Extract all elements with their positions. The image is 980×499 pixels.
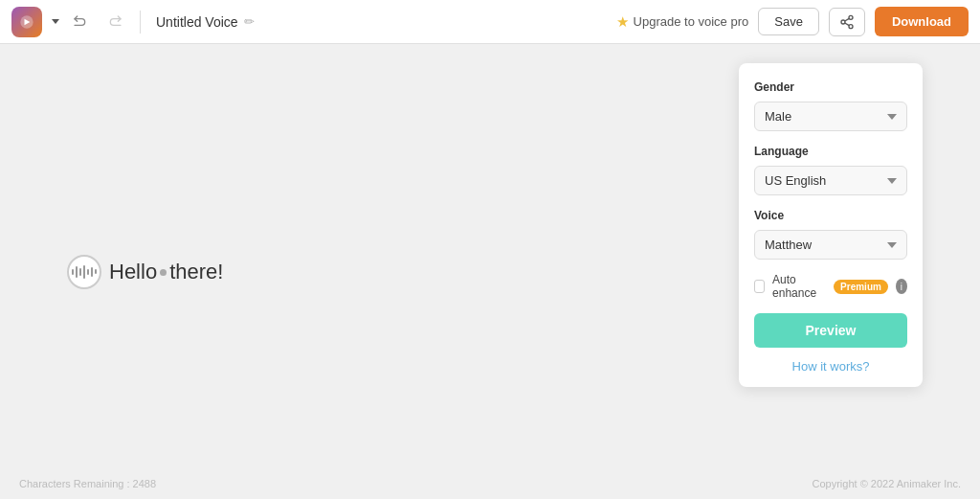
- header-right: ★ Upgrade to voice pro Save Download: [616, 7, 969, 36]
- gender-select[interactable]: Male Female: [754, 102, 907, 131]
- voice-select[interactable]: Matthew Joanna Kendra: [754, 230, 907, 260]
- upgrade-label: Upgrade to voice pro: [634, 14, 749, 29]
- save-button[interactable]: Save: [758, 8, 819, 35]
- title-area: Untitled Voice ✏: [156, 14, 255, 30]
- header: Untitled Voice ✏ ★ Upgrade to voice pro …: [0, 0, 980, 44]
- how-it-works-link[interactable]: How it works?: [754, 359, 907, 374]
- svg-point-1: [849, 15, 853, 19]
- edit-title-icon[interactable]: ✏: [244, 14, 255, 29]
- auto-enhance-checkbox[interactable]: [754, 280, 765, 293]
- document-title: Untitled Voice: [156, 14, 238, 30]
- redo-button[interactable]: [101, 11, 128, 34]
- header-left: Untitled Voice ✏: [11, 7, 255, 37]
- star-icon: ★: [616, 13, 629, 31]
- auto-enhance-row: Auto enhance Premium i: [754, 273, 907, 300]
- dot-separator: [160, 269, 167, 276]
- side-panel: Gender Male Female Language US English U…: [739, 63, 923, 387]
- download-button[interactable]: Download: [875, 7, 969, 36]
- premium-badge: Premium: [834, 280, 888, 294]
- gender-label: Gender: [754, 80, 907, 94]
- there-text-value: there!: [169, 260, 223, 284]
- waveform-bars: [72, 263, 97, 281]
- share-button[interactable]: [829, 8, 865, 36]
- hello-text-value: Hello: [109, 260, 157, 284]
- preview-button[interactable]: Preview: [754, 313, 907, 348]
- svg-point-3: [849, 24, 853, 28]
- voice-label: Voice: [754, 209, 907, 222]
- svg-point-2: [841, 20, 845, 24]
- auto-enhance-label: Auto enhance: [772, 273, 826, 300]
- waveform-icon[interactable]: [67, 255, 101, 289]
- hello-text-block: Hellothere!: [67, 255, 223, 289]
- chars-remaining: Characters Remaining : 2488: [19, 478, 156, 489]
- footer: Characters Remaining : 2488 Copyright © …: [0, 468, 980, 499]
- main-area: Hellothere! Gender Male Female Language …: [0, 44, 980, 499]
- undo-button[interactable]: [67, 11, 94, 34]
- svg-line-5: [845, 18, 850, 21]
- canvas: Hellothere! Gender Male Female Language …: [0, 44, 980, 499]
- upgrade-button[interactable]: ★ Upgrade to voice pro: [616, 13, 749, 31]
- language-label: Language: [754, 145, 907, 158]
- info-icon[interactable]: i: [896, 279, 907, 294]
- copyright: Copyright © 2022 Animaker Inc.: [813, 478, 961, 489]
- language-select[interactable]: US English UK English Spanish French: [754, 166, 907, 195]
- header-divider: [140, 11, 141, 34]
- logo-icon[interactable]: [11, 7, 42, 37]
- hello-word: Hellothere!: [109, 260, 223, 284]
- svg-line-4: [845, 23, 850, 26]
- logo-dropdown-arrow[interactable]: [52, 19, 59, 24]
